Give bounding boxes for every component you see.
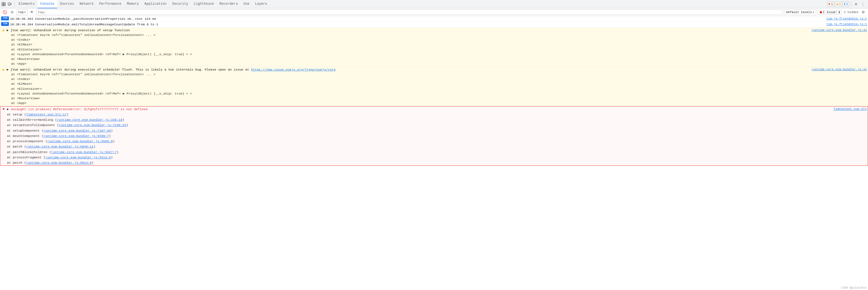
log-source[interactable]: tim-js-friendship.js:1 — [824, 17, 867, 21]
tab-elements[interactable]: Elements — [16, 0, 38, 8]
error-stack-link-4[interactable]: runtime-core.esm-bundler.js:7197:36 — [43, 129, 111, 133]
error-icon: ✖ — [1, 107, 6, 112]
warning-header: ▶ [Vue warn]: Unhandled error during exe… — [7, 28, 867, 33]
tab-vue[interactable]: Vue — [241, 0, 252, 8]
error-stack-text-5: at mountComponent (runtime-core.esm-bund… — [7, 134, 867, 138]
warn-source[interactable]: runtime-core.esm-bundler.js:41 — [809, 28, 867, 33]
warning-text-2: ▶ [Vue warn]: Unhandled error during exe… — [7, 67, 809, 72]
warning-content-2: ▶ [Vue warn]: Unhandled error during exe… — [7, 67, 867, 106]
error-stack-link-6[interactable]: runtime-core.esm-bundler.js:5565:9 — [48, 139, 113, 143]
error-stack-row-1: at setup (TimContent.vue:371:17) — [0, 112, 868, 117]
filter-toggle-button[interactable]: ⊘ — [9, 9, 15, 15]
vue-issue-link[interactable]: https://new-issue.vuejs.org/?repo=vuejs/… — [251, 68, 336, 71]
tab-application[interactable]: Application — [142, 0, 169, 8]
error-stack-text-3: at setupStatefulComponent (runtime-core.… — [7, 123, 867, 127]
error-x-icon: ✖ — [829, 2, 830, 6]
error-stack-link-2[interactable]: runtime-core.esm-bundler.js:158:18 — [57, 118, 122, 122]
tab-layers[interactable]: Layers — [252, 0, 270, 8]
warn2-stack-7: at <App> — [11, 101, 867, 106]
watermark: CSDN @guips2019 — [841, 286, 866, 289]
error-stack-link-7[interactable]: runtime-core.esm-bundler.js:5040:11 — [26, 145, 94, 148]
warn2-stack-1: at <TimContent key=0 ref="timcontent" on… — [11, 72, 867, 77]
error-stack-text-7: at patch (runtime-core.esm-bundler.js:50… — [7, 144, 867, 149]
error-row-main: ✖ ▶ Uncaught (in promise) ReferenceError… — [0, 107, 868, 112]
tab-sources[interactable]: Sources — [57, 0, 76, 8]
device-toggle-icon[interactable] — [7, 2, 12, 7]
error-stack-row-3: at setupStatefulComponent (runtime-core.… — [0, 122, 868, 128]
more-menu-icon[interactable]: ⋮ — [860, 1, 866, 7]
log-source[interactable]: tim-js-friendship.js:1 — [824, 22, 867, 27]
error-stack-text-2: at callWithErrorHandling (runtime-core.e… — [7, 117, 867, 122]
warn-stack-3: at <ElMain> — [11, 42, 867, 47]
devtools-tab-bar: Elements Console Sources Network Perform… — [0, 0, 868, 8]
tab-recorder[interactable]: Recorder ⊕ — [217, 0, 241, 8]
tab-memory[interactable]: Memory — [124, 0, 142, 8]
info-circle-icon: ℹ — [844, 2, 845, 6]
warn-stack-2: at <Index> — [11, 37, 867, 42]
chevron-down-icon-2: ▾ — [812, 10, 814, 14]
toolbar-right-group: Default levels ▾ 1 Issue: 1 2 hidden ⚙ — [784, 9, 866, 15]
error-stack-row-9: at processFragment (runtime-core.esm-bun… — [0, 155, 868, 160]
error-stack-link-5[interactable]: runtime-core.esm-bundler.js:5599:7 — [43, 134, 109, 138]
tab-network[interactable]: Network — [76, 0, 96, 8]
issue-badge[interactable]: 1 Issue: 1 — [818, 10, 842, 14]
svg-rect-1 — [4, 2, 5, 4]
warn-triangle-icon: ▲ — [836, 2, 838, 6]
console-content: TIM 10:38:46.394 ConversationModule._pat… — [0, 16, 868, 290]
warn-stack-7: at <App> — [11, 61, 867, 66]
devtools-icons — [1, 2, 15, 7]
error-source[interactable]: TimContent.vue:371 — [831, 107, 867, 112]
info-count-badge[interactable]: ℹ 1 — [843, 1, 849, 7]
warning-text: ▶ [Vue warn]: Unhandled error during exe… — [7, 28, 809, 33]
log-row: TIM 10:38:46.394 ConversationModule.emit… — [0, 22, 868, 27]
clear-console-button[interactable]: 🚫 — [2, 9, 8, 15]
error-stack-row-4: at setupComponent (runtime-core.esm-bund… — [0, 128, 868, 133]
warn2-stack-6: at <RouterView> — [11, 96, 867, 101]
settings-group: ✖ 1 ▲ 8 ℹ 1 ⚙ ⋮ — [827, 1, 867, 7]
error-stack-row-5: at mountComponent (runtime-core.esm-bund… — [0, 133, 868, 139]
warn-icon-2: ▲ — [1, 67, 6, 72]
error-stack-row-8: at patchBlockChildren (runtime-core.esm-… — [0, 149, 868, 155]
settings-gear-icon[interactable]: ⚙ — [853, 1, 859, 7]
error-stack-link-3[interactable]: runtime-core.esm-bundler.js:7236:25 — [59, 123, 126, 127]
tab-performance[interactable]: Performance — [96, 0, 124, 8]
error-stack-row-10: at patch (runtime-core.esm-bundler.js:50… — [0, 160, 868, 165]
error-triangle-icon[interactable]: ▶ — [7, 107, 9, 111]
error-stack-row-2: at callWithErrorHandling (runtime-core.e… — [0, 117, 868, 122]
hidden-label[interactable]: 2 hidden — [844, 10, 859, 14]
console-toolbar: 🚫 ⊘ top ▾ 👁 Default levels ▾ 1 Issue: 1 … — [0, 8, 868, 16]
warning-content: ▶ [Vue warn]: Unhandled error during exe… — [7, 28, 867, 66]
warn-stack-5: at <Layout onVnodeUnmounted=fn<onVnodeUn… — [11, 52, 867, 57]
context-selector[interactable]: top ▾ — [16, 9, 28, 15]
svg-rect-0 — [2, 2, 3, 4]
error-main-text: ▶ Uncaught (in promise) ReferenceError: … — [7, 107, 831, 112]
error-stack-link-8[interactable]: runtime-core.esm-bundler.js:5427:7 — [51, 150, 117, 154]
log-row: TIM 10:38:46.394 ConversationModule._pat… — [0, 16, 868, 22]
triangle-icon-2[interactable]: ▶ — [7, 68, 9, 71]
tab-security[interactable]: Security — [169, 0, 191, 8]
error-stack-link-10[interactable]: runtime-core.esm-bundler.js:5014:9 — [26, 161, 92, 165]
issue-dot-icon — [820, 11, 822, 13]
error-stack-text-8: at patchBlockChildren (runtime-core.esm-… — [7, 150, 867, 154]
warn-source-2[interactable]: runtime-core.esm-bundler.js:41 — [809, 67, 867, 72]
eye-icon[interactable]: 👁 — [29, 9, 35, 15]
tim-badge: TIM — [1, 17, 9, 20]
warn-count-badge[interactable]: ▲ 8 — [835, 1, 842, 7]
chevron-down-icon: ▾ — [24, 10, 26, 14]
console-settings-icon[interactable]: ⚙ — [860, 9, 866, 15]
svg-rect-4 — [8, 3, 10, 5]
error-stack-text-9: at processFragment (runtime-core.esm-bun… — [7, 155, 867, 160]
error-stack-link-1[interactable]: TimContent.vue:371:17 — [26, 113, 67, 116]
warn-stack-6: at <RouterView> — [11, 57, 867, 61]
log-level-selector[interactable]: Default levels ▾ — [784, 9, 816, 15]
error-stack-link-9[interactable]: runtime-core.esm-bundler.js:5513:9 — [45, 155, 111, 159]
filter-input[interactable] — [36, 9, 783, 15]
triangle-icon[interactable]: ▶ — [7, 28, 9, 32]
error-count-badge[interactable]: ✖ 1 — [827, 1, 834, 7]
tab-console[interactable]: Console — [38, 0, 57, 8]
error-stack-text-6: at processComponent (runtime-core.esm-bu… — [7, 139, 867, 144]
tab-lighthouse[interactable]: Lighthouse — [191, 0, 217, 8]
inspect-icon[interactable] — [1, 2, 6, 7]
error-stack-text-10: at patch (runtime-core.esm-bundler.js:50… — [7, 160, 867, 165]
warn2-stack-5: at <Layout onVnodeUnmounted=fn<onVnodeUn… — [11, 91, 867, 96]
